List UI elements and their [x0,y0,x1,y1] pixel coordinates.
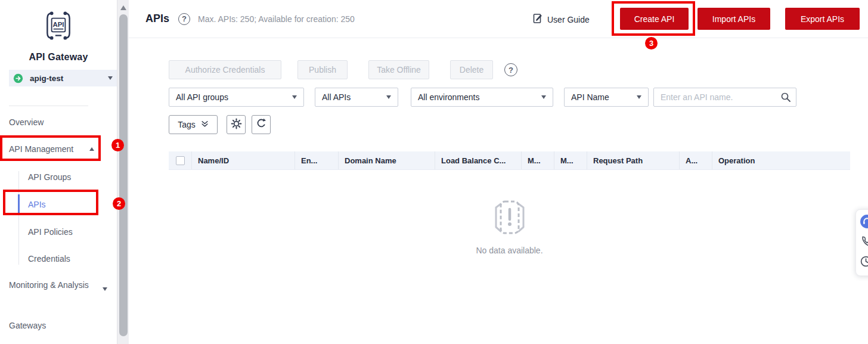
chevron-down-icon [103,287,107,291]
sidebar-item-api-groups[interactable]: API Groups [28,171,71,183]
chevron-down-icon [541,95,546,99]
sidebar-item-label: API Management [9,144,73,154]
refresh-icon [256,118,266,131]
empty-state: No data available. [169,170,850,255]
api-type-filter-value: All APIs [322,92,351,102]
chevron-down-icon [637,95,641,99]
quota-text: Max. APIs: 250; Available for creation: … [198,14,355,24]
phone-icon [860,235,868,247]
support-widget [855,209,868,276]
publish-button[interactable]: Publish [297,60,348,79]
sidebar-item-api-policies[interactable]: API Policies [28,226,73,238]
scrollbar-thumb[interactable] [119,14,128,336]
subnav-guide-line [18,171,19,265]
column-header-request-path: Request Path [587,151,680,169]
tags-row: Tags [169,115,850,134]
phone-button[interactable] [860,235,868,247]
empty-state-message: No data available. [169,246,850,255]
chevron-down-icon [108,76,113,80]
column-header-load-balance: Load Balance C... [435,151,522,169]
sidebar: API API Gateway apig-test Overview API M… [0,0,117,344]
help-icon[interactable]: ? [178,13,190,25]
create-api-button[interactable]: Create API [620,8,689,30]
headset-icon [860,214,868,229]
export-apis-button[interactable]: Export APIs [785,8,860,30]
authorize-credentials-button[interactable]: Authorize Credentials [169,60,281,79]
instance-name: apig-test [30,74,63,83]
tags-filter-button[interactable]: Tags [169,115,218,134]
page-header: APIs ? Max. APIs: 250; Available for cre… [129,0,868,38]
double-chevron-down-icon [201,120,209,129]
column-header-m1: M... [522,151,554,169]
gear-icon [231,118,242,132]
sidebar-item-api-management[interactable]: API Management [9,143,98,155]
table-header-row: Name/ID En... Domain Name Load Balance C… [169,151,850,170]
bulk-actions-row: Authorize Credentials Publish Take Offli… [169,60,850,79]
column-header-m2: M... [554,151,587,169]
column-header-name-id: Name/ID [192,151,295,169]
import-apis-button[interactable]: Import APIs [698,8,770,30]
help-icon[interactable]: ? [504,63,517,76]
svg-text:API: API [53,21,64,28]
search-type-filter-value: API Name [571,92,609,102]
sidebar-item-apis[interactable]: APIs [28,199,46,210]
content-area: Authorize Credentials Publish Take Offli… [129,60,868,255]
api-gateway-console: API API Gateway apig-test Overview API M… [0,0,868,344]
api-gateway-logo-icon: API [42,8,75,46]
user-guide-icon [532,13,543,26]
search-box [653,88,796,107]
support-button[interactable] [860,214,868,229]
column-header-domain-name: Domain Name [339,151,435,169]
column-header-env: En... [295,151,339,169]
sidebar-item-monitoring-analysis[interactable]: Monitoring & Analysis [9,279,107,291]
chevron-down-icon [292,95,297,99]
active-item-indicator [18,194,20,213]
sidebar-item-credentials[interactable]: Credentials [28,253,70,265]
sidebar-scrollbar[interactable] [117,0,129,344]
refresh-button[interactable] [252,115,271,134]
step-badge-2: 2 [113,197,125,210]
api-group-filter-value: All API groups [176,92,228,102]
clock-icon [860,255,868,268]
sidebar-item-gateways[interactable]: Gateways [9,320,46,331]
column-header-operation: Operation [712,151,850,169]
search-icon[interactable] [780,92,791,105]
tags-label: Tags [178,120,196,129]
history-button[interactable] [860,255,868,268]
api-type-filter[interactable]: All APIs [315,88,398,107]
column-settings-button[interactable] [227,115,246,134]
filters-row: All API groups All APIs All environments… [169,88,850,107]
chevron-up-icon [89,147,94,151]
chevron-down-icon [386,95,391,99]
user-guide-link[interactable]: User Guide [532,13,590,26]
main-panel: APIs ? Max. APIs: 250; Available for cre… [129,0,868,344]
environment-filter-value: All environments [418,92,480,102]
empty-data-icon [490,200,529,235]
page-title: APIs [145,13,169,25]
select-all-cell [169,151,192,169]
take-offline-button[interactable]: Take Offline [368,60,429,79]
delete-button[interactable]: Delete [450,60,493,79]
sidebar-divider [9,106,88,106]
step-badge-3: 3 [645,37,658,49]
api-group-filter[interactable]: All API groups [169,88,304,107]
search-type-filter[interactable]: API Name [564,88,649,107]
search-input[interactable] [653,88,796,107]
product-title: API Gateway [0,52,117,63]
step-badge-1: 1 [111,139,124,151]
user-guide-label: User Guide [547,15,590,24]
sidebar-item-overview[interactable]: Overview [9,116,44,128]
scroll-up-arrow-icon[interactable] [120,5,126,10]
environment-filter[interactable]: All environments [411,88,553,107]
select-all-checkbox[interactable] [176,156,185,165]
sidebar-item-label: Monitoring & Analysis [9,280,89,290]
instance-selector[interactable]: apig-test [9,70,117,86]
instance-status-icon [13,73,23,83]
column-header-a: A... [680,151,712,169]
